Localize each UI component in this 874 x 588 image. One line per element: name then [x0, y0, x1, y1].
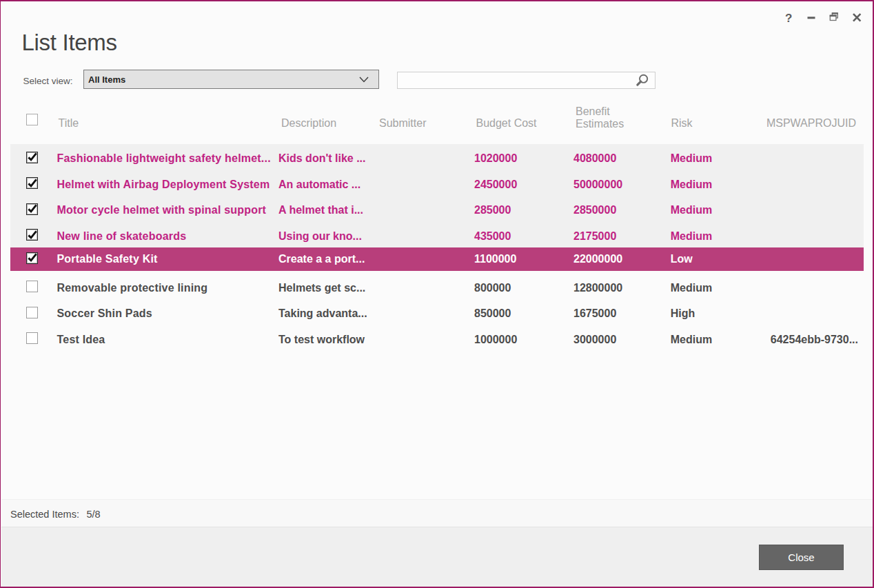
svg-text:?: ? — [785, 12, 792, 25]
